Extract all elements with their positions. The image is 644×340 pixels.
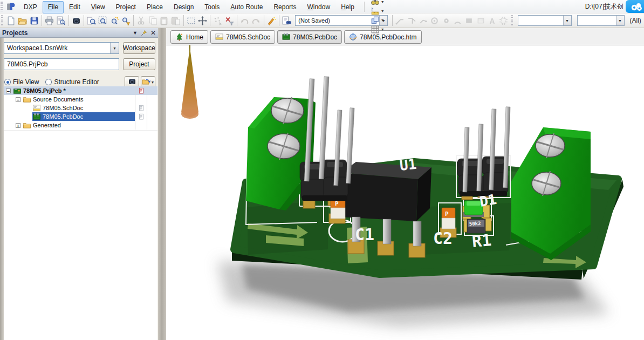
poly-fill-button[interactable] bbox=[475, 15, 487, 26]
tree-item-generated[interactable]: +Generated bbox=[4, 121, 157, 130]
dropdown-caret-icon[interactable]: ▼ bbox=[381, 28, 385, 31]
print-icon bbox=[45, 16, 54, 25]
toolbar-drag-handle[interactable] bbox=[1, 15, 3, 26]
menu-help[interactable]: Help bbox=[335, 1, 360, 13]
baidu-netdisk-icon[interactable] bbox=[626, 0, 644, 13]
dropdown-caret-icon[interactable]: ▼ bbox=[381, 9, 385, 13]
pcb-3d-viewport[interactable]: P P 50k2 P2 bbox=[166, 45, 644, 340]
menu-dxp[interactable]: DXP bbox=[18, 1, 43, 13]
measure-tools-button[interactable]: ▼ bbox=[371, 6, 385, 16]
file-view-label: File View bbox=[13, 78, 39, 86]
print-button[interactable] bbox=[44, 15, 55, 26]
save-button[interactable] bbox=[29, 15, 40, 26]
tree-item-78m05-schdoc[interactable]: 78M05.SchDoc bbox=[4, 104, 157, 112]
tree-item-source-documents[interactable]: −Source Documents bbox=[4, 95, 157, 104]
window-tools-button[interactable]: ▼ bbox=[371, 16, 385, 25]
dark-deck-button[interactable] bbox=[71, 15, 82, 26]
separator bbox=[133, 15, 134, 26]
menu-file[interactable]: File bbox=[43, 1, 64, 13]
pin-header-right bbox=[457, 107, 510, 196]
fill-rect-button[interactable] bbox=[463, 15, 475, 26]
tree-expand-toggle[interactable]: + bbox=[16, 123, 20, 128]
dropdown-arrow-icon[interactable]: ▼ bbox=[563, 16, 571, 25]
panel-pin-icon[interactable] bbox=[141, 30, 147, 36]
chip-button[interactable] bbox=[498, 15, 509, 26]
arc-button[interactable] bbox=[452, 15, 463, 26]
project-field[interactable]: 78M05.PrjPcb bbox=[4, 58, 119, 70]
menu-project[interactable]: Project bbox=[111, 1, 141, 13]
sel-rect-button[interactable] bbox=[186, 15, 197, 26]
separator bbox=[364, 2, 365, 12]
menu-auto-route[interactable]: Auto Route bbox=[225, 1, 268, 13]
menu-view[interactable]: View bbox=[86, 1, 111, 13]
menu-edit[interactable]: Edit bbox=[64, 1, 86, 13]
workspace-dropdown[interactable]: Workspace1.DsnWrk ▼ bbox=[4, 42, 119, 54]
redo-button[interactable] bbox=[250, 15, 262, 26]
cut-button[interactable] bbox=[135, 15, 147, 26]
project-button[interactable]: Project bbox=[123, 58, 155, 70]
tab-78m05-pcbdoc[interactable]: 78M05.PcbDoc bbox=[277, 30, 342, 44]
tree-expand-toggle[interactable]: − bbox=[6, 89, 11, 93]
zoom-doc-button[interactable] bbox=[86, 15, 97, 26]
move-cross-button[interactable] bbox=[197, 15, 208, 26]
file-view-radio[interactable] bbox=[4, 79, 11, 85]
route-t-button[interactable] bbox=[406, 15, 417, 26]
panel-title: Projects bbox=[2, 29, 129, 37]
sel-dots-button[interactable] bbox=[212, 15, 223, 26]
tree-item-label: Generated bbox=[33, 122, 61, 128]
paste-button[interactable] bbox=[159, 15, 170, 26]
tree-expand-toggle[interactable]: − bbox=[16, 97, 20, 102]
via-button[interactable] bbox=[441, 15, 452, 26]
text-A-button[interactable]: A bbox=[487, 15, 498, 26]
paste-special-icon bbox=[171, 16, 180, 25]
panel-menu-chevron-icon[interactable]: ▼ bbox=[133, 30, 138, 36]
menu-place[interactable]: Place bbox=[141, 1, 168, 13]
route-diff-icon bbox=[419, 16, 428, 25]
paste-special-button[interactable] bbox=[170, 15, 181, 26]
find-tools-button[interactable]: ▼ bbox=[371, 0, 385, 6]
folder-open-button[interactable] bbox=[17, 15, 28, 26]
menu-reports[interactable]: Reports bbox=[268, 1, 302, 13]
toolbar-combo[interactable]: ▼ bbox=[518, 15, 572, 26]
route-diff-button[interactable] bbox=[417, 15, 429, 26]
menu-tools[interactable]: Tools bbox=[199, 1, 225, 13]
tab-home[interactable]: Home bbox=[170, 30, 208, 44]
folder-icon bbox=[23, 121, 31, 130]
pcb-doc-icon bbox=[32, 113, 41, 121]
structure-editor-radio[interactable] bbox=[45, 79, 52, 85]
tree-item-78m05-pcbdoc[interactable]: 78M05.PcbDoc bbox=[4, 112, 157, 121]
menu-design[interactable]: Design bbox=[168, 1, 199, 13]
tab-label: Home bbox=[186, 33, 203, 41]
pad-button[interactable] bbox=[429, 15, 440, 26]
dropdown-arrow-icon[interactable]: ▼ bbox=[110, 43, 119, 53]
menu-window[interactable]: Window bbox=[302, 1, 335, 13]
silkscreen-c1: C1 bbox=[355, 225, 374, 244]
dropdown-arrow-icon[interactable]: ▼ bbox=[616, 16, 624, 25]
tree-status-columns bbox=[135, 95, 157, 104]
separator bbox=[392, 15, 393, 26]
find-doc-button[interactable] bbox=[281, 15, 292, 26]
dropdown-caret-icon[interactable]: ▼ bbox=[381, 0, 385, 4]
workspace-button[interactable]: Workspace bbox=[123, 42, 155, 54]
tree-status-columns bbox=[135, 121, 157, 130]
wand-button[interactable] bbox=[266, 15, 277, 26]
zoom-area-button[interactable] bbox=[97, 15, 108, 26]
grid-tools-button[interactable]: ▼ bbox=[371, 25, 385, 34]
toolbar-drag-handle[interactable] bbox=[1, 2, 3, 11]
toolbar-combo[interactable]: ▼ bbox=[577, 15, 625, 26]
tree-item-78m05-prjpcb[interactable]: −78M05.PrjPcb * bbox=[4, 86, 157, 95]
panel-splitter[interactable] bbox=[158, 28, 166, 340]
zoom-filter-button[interactable] bbox=[120, 15, 132, 26]
panel-close-icon[interactable]: ✕ bbox=[150, 29, 156, 37]
dropdown-caret-icon[interactable]: ▼ bbox=[381, 18, 385, 22]
toolbar-drag-handle[interactable] bbox=[511, 15, 513, 26]
zoom-sel-button[interactable] bbox=[109, 15, 120, 26]
clear-filter-button[interactable] bbox=[224, 15, 235, 26]
copy-button[interactable] bbox=[147, 15, 159, 26]
standard-toolbar: (Not Saved)▼A▼▼(All) bbox=[0, 13, 644, 28]
doc-new-button[interactable] bbox=[5, 15, 17, 26]
undo-button[interactable] bbox=[239, 15, 250, 26]
route-line-button[interactable] bbox=[394, 15, 406, 26]
tab-78m05-schdoc[interactable]: 78M05.SchDoc bbox=[210, 30, 275, 44]
print-preview-button[interactable] bbox=[55, 15, 66, 26]
